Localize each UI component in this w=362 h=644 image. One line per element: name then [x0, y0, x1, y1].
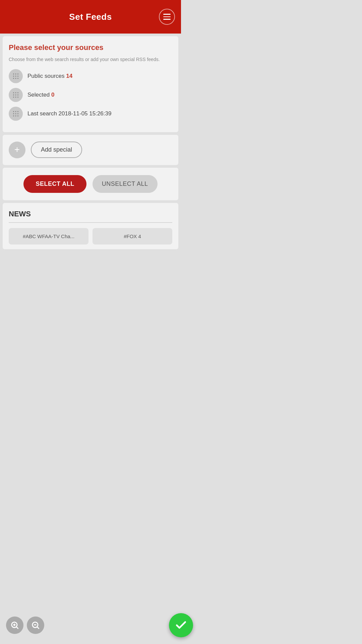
- add-special-button[interactable]: Add special: [31, 142, 82, 158]
- selected-label: Selected 0: [27, 92, 54, 98]
- svg-point-10: [15, 92, 16, 93]
- svg-point-8: [17, 77, 18, 78]
- svg-point-15: [13, 96, 14, 97]
- svg-point-5: [17, 75, 18, 76]
- add-plus-icon: +: [9, 142, 25, 158]
- add-special-card: + Add special: [3, 135, 178, 165]
- page-title: Set Feeds: [69, 12, 112, 22]
- dot-grid-icon-3: [9, 107, 23, 121]
- dot-grid-icon-2: [9, 88, 23, 102]
- svg-point-13: [15, 94, 16, 95]
- news-source-fox[interactable]: #FOX 4: [93, 228, 172, 245]
- card-title: Please select your sources: [9, 43, 172, 53]
- last-search-label: Last search 2018-11-05 15:26:39: [27, 110, 111, 117]
- svg-point-24: [13, 115, 14, 116]
- svg-point-7: [15, 77, 16, 78]
- svg-point-21: [13, 113, 14, 114]
- svg-point-18: [13, 111, 14, 112]
- menu-line: [163, 19, 171, 20]
- svg-point-26: [17, 115, 18, 116]
- select-card: SELECT ALL UNSELECT ALL: [3, 168, 178, 200]
- svg-point-16: [15, 96, 16, 97]
- select-all-button[interactable]: SELECT ALL: [23, 175, 86, 193]
- svg-point-2: [17, 73, 18, 74]
- last-search-row: Last search 2018-11-05 15:26:39: [9, 107, 172, 121]
- svg-point-4: [15, 75, 16, 76]
- menu-button[interactable]: [159, 9, 175, 25]
- public-sources-label: Public sources 14: [27, 73, 72, 79]
- unselect-all-button[interactable]: UNSELECT ALL: [93, 175, 158, 193]
- app-header: Set Feeds: [0, 0, 181, 34]
- selected-row: Selected 0: [9, 88, 172, 102]
- svg-point-25: [15, 115, 16, 116]
- svg-point-11: [17, 92, 18, 93]
- card-subtitle: Choose from the web search results or ad…: [9, 56, 172, 63]
- menu-line: [163, 16, 171, 17]
- svg-point-14: [17, 94, 18, 95]
- info-card: Please select your sources Choose from t…: [3, 36, 178, 132]
- menu-line: [163, 14, 171, 15]
- news-sources-list: #ABC WFAA-TV Cha... #FOX 4: [9, 228, 172, 245]
- svg-point-23: [17, 113, 18, 114]
- news-card: NEWS #ABC WFAA-TV Cha... #FOX 4: [3, 203, 178, 249]
- svg-point-1: [15, 73, 16, 74]
- public-sources-row: Public sources 14: [9, 69, 172, 83]
- svg-point-12: [13, 94, 14, 95]
- svg-point-0: [13, 73, 14, 74]
- svg-point-20: [17, 111, 18, 112]
- news-divider: [9, 222, 172, 223]
- svg-point-3: [13, 75, 14, 76]
- dot-grid-icon: [9, 69, 23, 83]
- svg-point-17: [17, 96, 18, 97]
- svg-point-9: [13, 92, 14, 93]
- svg-point-19: [15, 111, 16, 112]
- news-section-title: NEWS: [9, 210, 172, 218]
- svg-point-6: [13, 77, 14, 78]
- news-source-abc[interactable]: #ABC WFAA-TV Cha...: [9, 228, 88, 245]
- svg-point-22: [15, 113, 16, 114]
